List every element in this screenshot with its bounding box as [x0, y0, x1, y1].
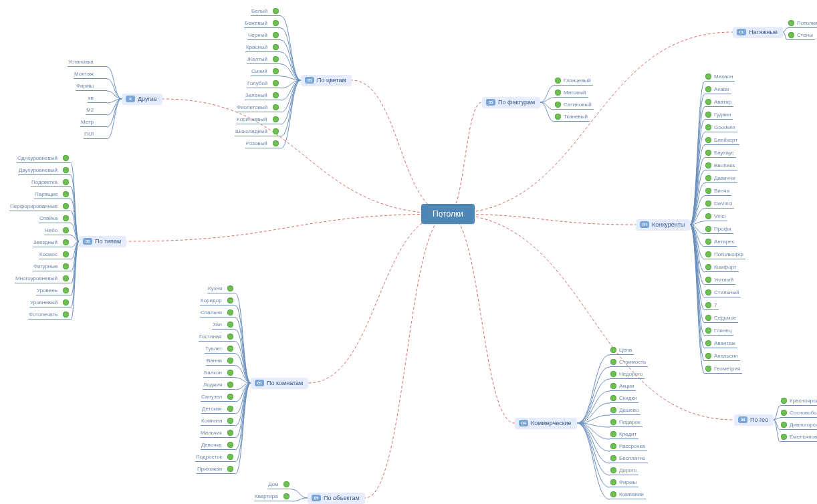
leaf-faktury-0[interactable]: Глянцевый — [554, 78, 593, 86]
leaf-konkurenty-10[interactable]: DaVinci — [705, 201, 734, 209]
branch-geo[interactable]: 06По гео — [734, 414, 774, 425]
leaf-komnaty-6[interactable]: Ванна — [206, 358, 235, 366]
branch-kommerch[interactable]: 04Коммерческие — [515, 418, 577, 428]
leaf-drugie-1[interactable]: Монтаж — [74, 71, 107, 79]
leaf-cveta-0[interactable]: Белый — [251, 8, 281, 16]
leaf-konkurenty-6[interactable]: Баухаус — [705, 150, 736, 158]
leaf-kommerch-2[interactable]: Недорого — [610, 371, 645, 379]
leaf-faktury-2[interactable]: Сатиновый — [554, 102, 594, 110]
leaf-komnaty-2[interactable]: Спальня — [200, 309, 235, 318]
leaf-drugie-4[interactable]: М2 — [86, 107, 107, 115]
leaf-cveta-5[interactable]: Синий — [251, 68, 281, 76]
leaf-tipy-10[interactable]: Многоуровневый — [15, 275, 71, 283]
leaf-drugie-5[interactable]: Метр — [80, 119, 107, 127]
leaf-kommerch-3[interactable]: Акции — [610, 383, 636, 391]
leaf-konkurenty-3[interactable]: Гудвин — [705, 112, 733, 120]
leaf-kommerch-6[interactable]: Подарок — [610, 419, 643, 427]
leaf-konkurenty-23[interactable]: Геометрия — [705, 366, 742, 374]
leaf-konkurenty-18[interactable]: 7 — [705, 302, 719, 310]
leaf-cveta-8[interactable]: Фиолетовый — [236, 104, 281, 112]
leaf-konkurenty-15[interactable]: Комфорт — [705, 264, 739, 272]
leaf-konkurenty-2[interactable]: Аватар — [705, 99, 733, 107]
leaf-tipy-8[interactable]: Космос — [39, 251, 71, 259]
branch-objekty[interactable]: 05По объектам — [308, 493, 365, 503]
leaf-konkurenty-21[interactable]: Авантаж — [705, 340, 737, 348]
leaf-natyazhnye-0[interactable]: Потолки — [788, 20, 817, 28]
leaf-konkurenty-4[interactable]: Goodwin — [705, 124, 737, 132]
leaf-konkurenty-16[interactable]: Уютный — [705, 277, 735, 285]
leaf-cveta-10[interactable]: Шоколадный — [235, 128, 281, 136]
leaf-kommerch-12[interactable]: Компании — [610, 491, 646, 499]
leaf-konkurenty-9[interactable]: Винчи — [705, 188, 731, 196]
leaf-konkurenty-12[interactable]: Профи — [705, 226, 733, 234]
leaf-tipy-1[interactable]: Двухуровневый — [18, 167, 71, 175]
branch-faktury[interactable]: 05По фактурам — [482, 97, 540, 108]
leaf-kommerch-4[interactable]: Скидки — [610, 395, 638, 403]
branch-natyazhnye[interactable]: 01Натяжные — [733, 27, 783, 37]
leaf-cveta-9[interactable]: Коричневый — [236, 116, 281, 124]
leaf-komnaty-15[interactable]: Прихожая — [197, 466, 235, 474]
leaf-konkurenty-22[interactable]: Апельсин — [705, 353, 740, 361]
leaf-cveta-3[interactable]: Красный — [245, 44, 281, 52]
leaf-komnaty-3[interactable]: Зал — [212, 322, 235, 330]
leaf-konkurenty-19[interactable]: Седьмое — [705, 315, 738, 323]
leaf-komnaty-11[interactable]: Комната — [201, 418, 235, 426]
leaf-tipy-5[interactable]: Спайка — [39, 215, 71, 223]
leaf-kommerch-1[interactable]: Стоимость — [610, 359, 648, 367]
leaf-drugie-2[interactable]: Фирмы — [76, 83, 107, 91]
leaf-konkurenty-8[interactable]: Давинчи — [705, 175, 737, 183]
leaf-komnaty-4[interactable]: Гостиная — [199, 334, 235, 342]
root-node[interactable]: Потолки — [421, 204, 475, 224]
leaf-komnaty-13[interactable]: Девочка — [201, 442, 235, 450]
branch-konkurenty[interactable]: 04Конкуренты — [636, 219, 690, 230]
leaf-komnaty-0[interactable]: Кухня — [207, 285, 235, 293]
leaf-konkurenty-1[interactable]: Avatar — [705, 86, 731, 94]
leaf-cveta-7[interactable]: Зеленый — [245, 92, 281, 100]
leaf-konkurenty-13[interactable]: Антарес — [705, 239, 737, 247]
leaf-tipy-7[interactable]: Звездный — [33, 239, 71, 247]
leaf-kommerch-11[interactable]: Фирмы — [610, 479, 638, 487]
leaf-cveta-6[interactable]: Голубой — [247, 80, 281, 88]
leaf-geo-1[interactable]: Сосновоборск — [780, 410, 817, 418]
leaf-tipy-9[interactable]: Фигурные — [33, 263, 71, 271]
branch-tipy[interactable]: 05По типам — [79, 236, 126, 247]
leaf-faktury-1[interactable]: Матовый — [554, 90, 588, 98]
leaf-komnaty-14[interactable]: Подросток — [195, 454, 235, 462]
leaf-kommerch-8[interactable]: Рассрочка — [610, 443, 647, 451]
leaf-cveta-11[interactable]: Розовый — [245, 140, 281, 148]
leaf-drugie-0[interactable]: Установка — [68, 59, 107, 67]
leaf-kommerch-10[interactable]: Дорого — [610, 467, 638, 475]
leaf-komnaty-8[interactable]: Лоджия — [203, 382, 235, 390]
leaf-drugie-3[interactable]: кв — [88, 95, 107, 103]
leaf-komnaty-5[interactable]: Туалет — [205, 346, 235, 354]
leaf-geo-0[interactable]: Красноярск — [780, 398, 817, 406]
leaf-tipy-13[interactable]: Фотопечать — [28, 311, 71, 320]
leaf-natyazhnye-1[interactable]: Стены — [788, 32, 815, 40]
leaf-cveta-4[interactable]: Желтый — [247, 56, 281, 64]
leaf-objekty-1[interactable]: Квартира — [254, 493, 291, 501]
branch-cveta[interactable]: 05По цветам — [301, 75, 352, 86]
leaf-geo-2[interactable]: Дивногорск — [780, 422, 817, 430]
leaf-komnaty-7[interactable]: Балкон — [203, 370, 235, 378]
leaf-konkurenty-20[interactable]: Глянец — [705, 328, 733, 336]
leaf-tipy-12[interactable]: Уровневый — [29, 299, 71, 307]
leaf-konkurenty-0[interactable]: Махаон — [705, 74, 735, 82]
leaf-konkurenty-14[interactable]: Потолкофф — [705, 251, 745, 259]
leaf-tipy-6[interactable]: Небо — [44, 227, 71, 235]
leaf-geo-3[interactable]: Емельяново — [780, 434, 817, 442]
leaf-konkurenty-5[interactable]: Блейхерт — [705, 137, 739, 145]
leaf-konkurenty-11[interactable]: Vinci — [705, 213, 727, 221]
leaf-konkurenty-17[interactable]: Стильный — [705, 289, 741, 297]
leaf-drugie-6[interactable]: ГКЛ — [84, 131, 107, 139]
leaf-tipy-11[interactable]: Уровень — [36, 287, 71, 295]
leaf-tipy-4[interactable]: Перфорированные — [9, 203, 71, 211]
leaf-komnaty-9[interactable]: Санузел — [201, 394, 235, 402]
leaf-kommerch-5[interactable]: Дешево — [610, 407, 640, 415]
branch-komnaty[interactable]: 05По комнатам — [251, 378, 308, 388]
leaf-komnaty-10[interactable]: Детская — [201, 406, 235, 414]
leaf-faktury-3[interactable]: Тканевый — [554, 114, 590, 122]
leaf-konkurenty-7[interactable]: Bauhaus — [705, 162, 737, 170]
leaf-cveta-2[interactable]: Черный — [247, 32, 281, 40]
leaf-tipy-0[interactable]: Одноуровневый — [17, 155, 71, 163]
leaf-objekty-0[interactable]: Дом — [267, 481, 291, 489]
